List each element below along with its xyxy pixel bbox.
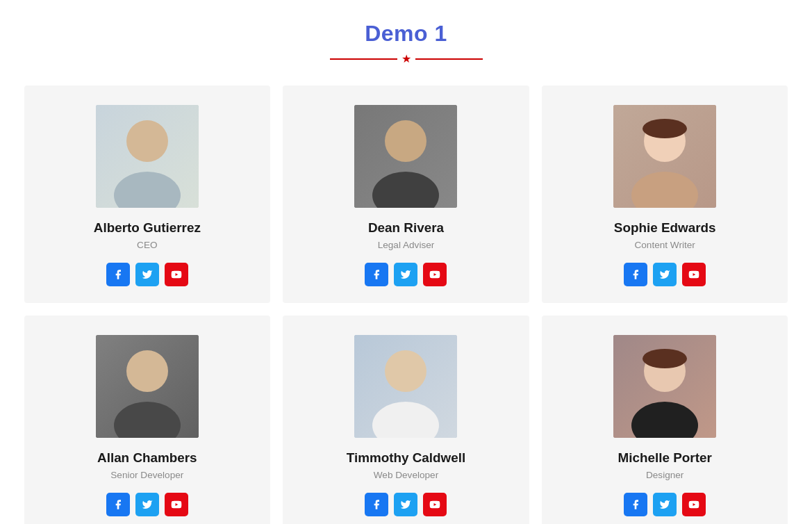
twitter-btn-sophie[interactable]	[653, 263, 677, 286]
social-links-timmothy	[365, 493, 447, 516]
avatar-michelle	[613, 335, 716, 438]
divider-line-right	[415, 58, 483, 60]
twitter-btn-allan[interactable]	[135, 493, 159, 516]
member-role-allan: Senior Developer	[110, 470, 183, 480]
twitter-btn-timmothy[interactable]	[394, 493, 417, 516]
divider-star: ★	[397, 54, 415, 65]
avatar-image	[96, 335, 199, 438]
team-grid: Alberto GutierrezCEODean RiveraLegal Adv…	[24, 85, 788, 524]
team-card-timmothy: Timmothy CaldwellWeb Developer	[283, 316, 529, 524]
title-divider: ★	[330, 54, 483, 65]
youtube-btn-alberto[interactable]	[165, 263, 188, 286]
twitter-btn-dean[interactable]	[394, 263, 417, 286]
avatar-image	[354, 335, 457, 438]
avatar-sophie	[613, 105, 716, 208]
member-role-dean: Legal Adviser	[378, 240, 435, 250]
avatar-image	[354, 105, 457, 208]
member-name-timmothy: Timmothy Caldwell	[347, 450, 466, 466]
youtube-btn-michelle[interactable]	[682, 493, 706, 516]
avatar-alberto	[96, 105, 199, 208]
team-card-alberto: Alberto GutierrezCEO	[24, 85, 271, 303]
member-role-timmothy: Web Developer	[374, 470, 438, 480]
team-card-michelle: Michelle PorterDesigner	[542, 316, 788, 524]
member-role-sophie: Content Writer	[634, 240, 695, 250]
avatar-image	[96, 105, 199, 208]
page-title: Demo 1	[365, 21, 447, 47]
avatar-dean	[354, 105, 457, 208]
member-role-alberto: CEO	[137, 240, 157, 250]
team-card-dean: Dean RiveraLegal Adviser	[283, 85, 529, 303]
member-name-allan: Allan Chambers	[97, 450, 197, 466]
social-links-allan	[106, 493, 188, 516]
svg-point-5	[385, 120, 426, 162]
twitter-btn-michelle[interactable]	[653, 493, 677, 516]
svg-point-14	[126, 350, 168, 392]
social-links-alberto	[106, 263, 188, 286]
member-name-dean: Dean Rivera	[368, 220, 444, 236]
avatar-image	[613, 105, 716, 208]
avatar-image	[613, 335, 716, 438]
social-links-dean	[365, 263, 447, 286]
facebook-btn-allan[interactable]	[106, 493, 130, 516]
youtube-btn-dean[interactable]	[423, 263, 447, 286]
facebook-btn-timmothy[interactable]	[365, 493, 388, 516]
youtube-btn-allan[interactable]	[165, 493, 188, 516]
twitter-btn-alberto[interactable]	[135, 263, 159, 286]
facebook-btn-alberto[interactable]	[106, 263, 130, 286]
facebook-btn-dean[interactable]	[365, 263, 388, 286]
svg-point-11	[643, 119, 687, 138]
svg-point-1	[126, 120, 168, 162]
social-links-michelle	[624, 493, 706, 516]
avatar-timmothy	[354, 335, 457, 438]
member-name-alberto: Alberto Gutierrez	[94, 220, 201, 236]
svg-point-18	[385, 350, 426, 392]
youtube-btn-timmothy[interactable]	[423, 493, 447, 516]
svg-point-24	[643, 349, 687, 368]
youtube-btn-sophie[interactable]	[682, 263, 706, 286]
social-links-sophie	[624, 263, 706, 286]
member-role-michelle: Designer	[646, 470, 683, 480]
divider-line-left	[330, 58, 397, 60]
facebook-btn-michelle[interactable]	[624, 493, 647, 516]
facebook-btn-sophie[interactable]	[624, 263, 647, 286]
avatar-allan	[96, 335, 199, 438]
team-card-allan: Allan ChambersSenior Developer	[24, 316, 271, 524]
member-name-sophie: Sophie Edwards	[614, 220, 716, 236]
member-name-michelle: Michelle Porter	[618, 450, 712, 466]
team-card-sophie: Sophie EdwardsContent Writer	[542, 85, 788, 303]
